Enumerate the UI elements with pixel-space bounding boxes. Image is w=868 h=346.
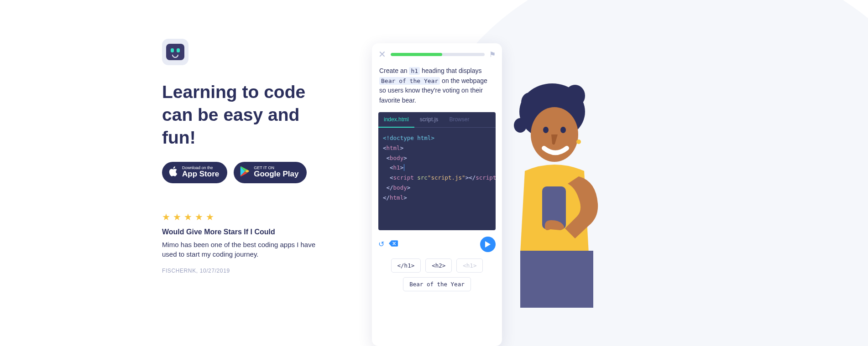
star-icon: ★ — [162, 212, 170, 222]
svg-point-2 — [565, 85, 585, 107]
review-body: Mimo has been one of the best coding app… — [162, 240, 326, 260]
code-editor: index.html script.js Browser <!doctype h… — [378, 112, 496, 230]
backspace-icon[interactable] — [389, 240, 398, 248]
hero-headline: Learning to code can be easy and fun! — [162, 81, 335, 149]
star-icon: ★ — [195, 212, 203, 222]
review-stars: ★ ★ ★ ★ ★ — [162, 212, 335, 222]
svg-point-1 — [521, 93, 538, 113]
undo-icon[interactable]: ↺ — [378, 240, 384, 248]
token-bear-of-the-year[interactable]: Bear of the Year — [403, 277, 471, 291]
lesson-prompt: Create an h1 heading that displays Bear … — [378, 66, 496, 106]
token-close-h1[interactable]: </h1> — [391, 258, 421, 273]
review-title: Would Give More Stars If I Could — [162, 228, 335, 236]
svg-point-6 — [560, 127, 566, 133]
google-play-button[interactable]: GET IT ON Google Play — [234, 162, 307, 183]
store-buttons: Download on the App Store GET IT ON Goog… — [162, 162, 335, 183]
svg-point-7 — [576, 139, 581, 144]
token-h1-used[interactable]: <h1> — [456, 258, 483, 273]
close-icon[interactable]: ✕ — [378, 50, 386, 59]
star-icon: ★ — [206, 212, 214, 222]
lesson-topbar: ✕ ⚑ — [378, 50, 496, 59]
code-content[interactable]: <!doctype html> <html> <body> <h1> <scri… — [378, 128, 496, 230]
flag-icon[interactable]: ⚑ — [489, 50, 496, 59]
star-icon: ★ — [173, 212, 181, 222]
app-store-label-big: App Store — [182, 170, 219, 179]
tab-index-html[interactable]: index.html — [378, 112, 414, 128]
svg-point-5 — [543, 127, 549, 133]
google-play-icon — [240, 166, 249, 178]
review-meta: FISCHERNK, 10/27/2019 — [162, 268, 335, 274]
svg-point-3 — [514, 118, 527, 133]
editor-tabs: index.html script.js Browser — [378, 112, 496, 128]
google-play-label-big: Google Play — [254, 170, 298, 179]
editor-actions: ↺ — [378, 237, 496, 252]
star-icon: ★ — [184, 212, 192, 222]
person-illustration — [493, 71, 612, 346]
hero-left: Learning to code can be easy and fun! Do… — [162, 39, 335, 346]
apple-icon — [168, 166, 178, 179]
svg-rect-8 — [520, 251, 593, 308]
hero-right: ✕ ⚑ Create an h1 heading that displays B… — [372, 39, 612, 346]
progress-bar — [391, 53, 485, 56]
token-h2[interactable]: <h2> — [425, 258, 452, 273]
app-logo — [162, 39, 188, 65]
answer-tokens: </h1> <h2> <h1> Bear of the Year — [378, 258, 496, 291]
tab-script-js[interactable]: script.js — [414, 112, 444, 127]
hero-container: Learning to code can be easy and fun! Do… — [0, 0, 868, 346]
tab-browser[interactable]: Browser — [444, 112, 475, 127]
app-store-button[interactable]: Download on the App Store — [162, 162, 227, 183]
robot-face-icon — [166, 44, 184, 60]
progress-fill — [391, 53, 442, 56]
phone-mockup: ✕ ⚑ Create an h1 heading that displays B… — [372, 43, 502, 346]
